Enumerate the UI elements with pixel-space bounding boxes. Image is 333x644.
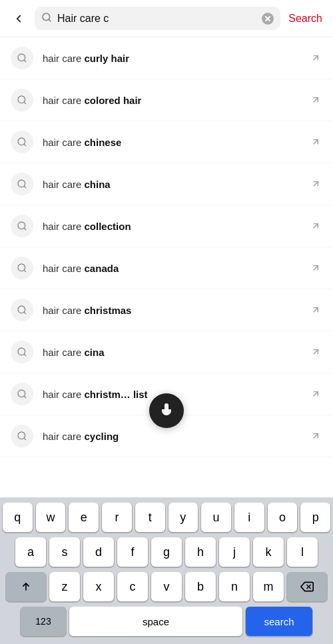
svg-line-16 [314,224,318,229]
key-w[interactable]: w [36,503,66,532]
key-a[interactable]: a [15,537,46,567]
key-s[interactable]: s [49,537,80,567]
suggestion-item[interactable]: hair care christmas [0,289,333,331]
svg-line-21 [24,312,26,314]
key-t[interactable]: t [135,503,165,532]
microphone-overlay [149,393,184,428]
key-f[interactable]: f [117,537,148,567]
back-button[interactable] [8,8,29,29]
svg-line-24 [24,354,26,356]
suggestion-text: hair care cina [43,347,300,358]
svg-point-17 [18,264,25,271]
svg-line-10 [314,140,318,145]
search-bar [35,7,280,30]
suggestion-arrow-icon [309,93,322,107]
microphone-button[interactable] [149,393,184,428]
suggestion-arrow-icon [309,177,322,191]
suggestion-search-icon [11,257,33,279]
suggestion-text: hair care christmas [43,305,300,316]
keyboard-row-3: zxcvbnm [3,572,330,601]
key-z[interactable]: z [49,572,80,601]
svg-point-23 [18,348,25,355]
svg-line-1 [49,19,51,21]
suggestion-item[interactable]: hair care collection [0,205,333,247]
suggestion-item[interactable]: hair care chinese [0,121,333,163]
svg-line-19 [314,266,318,271]
svg-line-6 [24,102,26,104]
suggestion-arrow-icon [309,219,322,233]
suggestion-item[interactable]: hair care china [0,163,333,205]
svg-point-8 [18,138,25,145]
svg-line-28 [314,392,318,397]
key-c[interactable]: c [117,572,148,601]
suggestion-search-icon [11,47,33,69]
search-button[interactable]: Search [286,13,325,25]
suggestion-arrow-icon [309,135,322,149]
suggestion-search-icon [11,299,33,321]
keyboard-row-1: qwertyuiop [3,503,330,532]
key-u[interactable]: u [201,503,231,532]
svg-line-13 [314,182,318,187]
header: Search [0,0,333,37]
key-n[interactable]: n [219,572,250,601]
svg-line-15 [24,228,26,230]
suggestion-text: hair care china [43,179,300,190]
key-r[interactable]: r [102,503,132,532]
num-key[interactable]: 123 [21,607,66,636]
key-k[interactable]: k [253,537,284,567]
key-v[interactable]: v [151,572,182,601]
keyboard-search-key[interactable]: search [246,607,312,636]
suggestion-text: hair care canada [43,263,300,274]
search-input[interactable] [57,13,256,25]
key-l[interactable]: l [287,537,318,567]
key-i[interactable]: i [234,503,264,532]
key-e[interactable]: e [69,503,99,532]
suggestion-text: hair care cycling [43,431,300,442]
svg-line-4 [314,56,318,61]
shift-key[interactable] [6,572,46,601]
svg-point-29 [18,432,25,439]
key-o[interactable]: o [268,503,298,532]
suggestion-search-icon [11,173,33,195]
suggestion-arrow-icon [309,261,322,275]
key-h[interactable]: h [185,537,216,567]
backspace-key[interactable] [287,572,327,601]
suggestion-search-icon [11,89,33,111]
suggestion-search-icon [11,425,33,447]
suggestion-item[interactable]: hair care colored hair [0,79,333,121]
suggestion-search-icon [11,341,33,363]
key-d[interactable]: d [83,537,114,567]
key-x[interactable]: x [83,572,114,601]
svg-point-20 [18,306,25,313]
suggestion-text: hair care curly hair [43,53,300,64]
key-y[interactable]: y [168,503,198,532]
key-j[interactable]: j [219,537,250,567]
space-key[interactable]: space [69,607,242,636]
suggestion-item[interactable]: hair care curly hair [0,37,333,79]
keyboard: qwertyuiop asdfghjkl zxcvbnm 123 space s… [0,497,333,644]
clear-button[interactable] [262,13,274,25]
suggestion-text: hair care chinese [43,137,300,148]
key-b[interactable]: b [185,572,216,601]
keyboard-bottom-row: 123 space search [3,607,330,636]
suggestion-arrow-icon [309,303,322,317]
svg-line-7 [314,98,318,103]
svg-line-31 [314,434,318,439]
suggestion-item[interactable]: hair care cina [0,331,333,373]
key-q[interactable]: q [3,503,33,532]
svg-line-9 [24,144,26,146]
suggestion-arrow-icon [309,51,322,65]
suggestion-arrow-icon [309,345,322,359]
keyboard-row-2: asdfghjkl [3,537,330,567]
key-m[interactable]: m [253,572,284,601]
svg-line-12 [24,186,26,188]
microphone-icon [159,403,174,419]
suggestion-item[interactable]: hair care canada [0,247,333,289]
key-p[interactable]: p [300,503,330,532]
svg-line-3 [24,60,26,62]
key-g[interactable]: g [151,537,182,567]
svg-line-27 [24,396,26,398]
search-icon [41,12,52,25]
suggestion-arrow-icon [309,429,322,443]
svg-line-22 [314,308,318,313]
